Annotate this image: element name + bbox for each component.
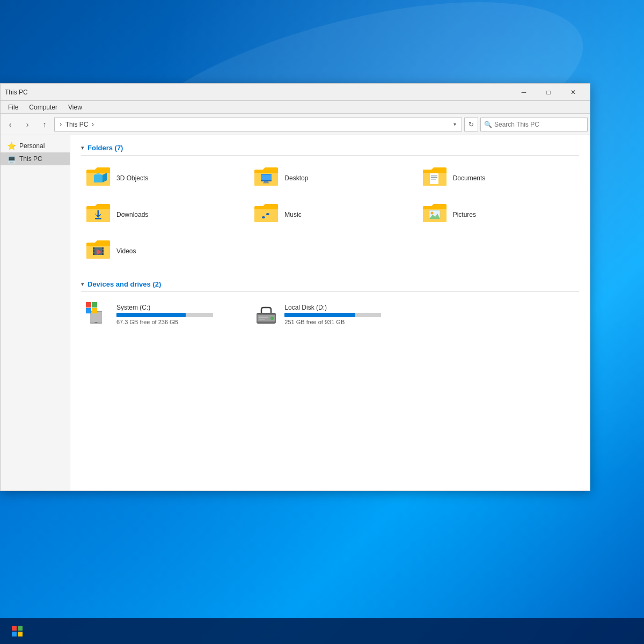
title-bar: This PC ─ □ ✕ <box>1 84 590 101</box>
svg-rect-37 <box>259 319 265 320</box>
drives-section-title: Devices and drives (2) <box>87 280 161 288</box>
svg-rect-9 <box>431 177 437 178</box>
content-area: ▾ Folders (7) <box>70 135 590 491</box>
svg-rect-41 <box>18 632 23 636</box>
folder-item-desktop[interactable]: Desktop <box>249 162 411 194</box>
drives-section-header: ▾ Devices and drives (2) <box>81 280 579 292</box>
svg-rect-39 <box>18 626 23 631</box>
breadcrumb-thispc[interactable]: › This PC › <box>58 121 94 128</box>
svg-rect-18 <box>93 247 94 249</box>
folder-item-downloads[interactable]: Downloads <box>81 199 243 231</box>
menu-view[interactable]: View <box>63 103 87 112</box>
drive-item-c[interactable]: System (C:) 67.3 GB free of 236 GB <box>81 298 243 331</box>
drive-d-info: Local Disk (D:) 251 GB free of 931 GB <box>284 304 406 325</box>
folder-label-videos: Videos <box>116 247 136 255</box>
svg-rect-20 <box>93 253 94 255</box>
window-controls: ─ □ ✕ <box>511 84 586 101</box>
folder-icon-music <box>253 202 279 228</box>
drive-icon-d <box>253 302 279 327</box>
svg-rect-4 <box>261 174 272 180</box>
close-button[interactable]: ✕ <box>561 84 586 101</box>
maximize-button[interactable]: □ <box>536 84 561 101</box>
minimize-button[interactable]: ─ <box>511 84 536 101</box>
address-bar: ‹ › ↑ › This PC › ▾ ↻ 🔍 <box>1 114 590 135</box>
address-dropdown-arrow[interactable]: ▾ <box>451 121 458 127</box>
search-icon: 🔍 <box>484 121 492 128</box>
sidebar-item-thispc[interactable]: 💻 This PC <box>1 152 70 165</box>
folder-label-downloads: Downloads <box>116 211 148 218</box>
svg-rect-6 <box>263 182 269 184</box>
start-button[interactable] <box>4 618 30 644</box>
drive-d-free: 251 GB free of 931 GB <box>284 319 406 325</box>
folder-item-documents[interactable]: Documents <box>418 162 579 194</box>
folder-icon-desktop <box>253 165 279 191</box>
folder-icon-videos <box>85 238 111 264</box>
drive-c-name: System (C:) <box>116 304 238 311</box>
folder-label-3dobjects: 3D Objects <box>116 174 148 182</box>
address-path-text: › This PC › <box>58 121 451 128</box>
sidebar-label-personal: Personal <box>19 142 45 150</box>
drives-grid: System (C:) 67.3 GB free of 236 GB <box>81 298 579 331</box>
forward-button[interactable]: › <box>20 117 35 132</box>
folder-icon-pictures <box>422 202 448 228</box>
folder-item-3dobjects[interactable]: 3D Objects <box>81 162 243 194</box>
drive-d-bar-fill <box>284 313 355 317</box>
svg-rect-19 <box>93 250 94 252</box>
drive-c-free: 67.3 GB free of 236 GB <box>116 319 238 325</box>
sidebar-item-personal[interactable]: ⭐ Personal <box>1 140 70 152</box>
svg-rect-29 <box>92 302 97 308</box>
address-path-box[interactable]: › This PC › ▾ <box>54 118 462 131</box>
folder-icon-documents <box>422 165 448 191</box>
window-title: This PC <box>5 89 511 96</box>
up-button[interactable]: ↑ <box>37 117 52 132</box>
svg-rect-38 <box>12 626 17 631</box>
folder-item-music[interactable]: Music <box>249 199 411 231</box>
sidebar-label-thispc: This PC <box>19 155 42 163</box>
drive-c-bar-bg <box>116 313 213 317</box>
search-input[interactable] <box>494 121 584 128</box>
sidebar: ⭐ Personal 💻 This PC <box>1 135 70 491</box>
svg-rect-31 <box>92 308 97 313</box>
folders-grid: 3D Objects <box>81 162 579 267</box>
svg-rect-0 <box>94 175 103 182</box>
folder-label-documents: Documents <box>453 174 486 182</box>
refresh-button[interactable]: ↻ <box>464 118 478 131</box>
personal-icon: ⭐ <box>7 142 16 150</box>
folder-label-pictures: Pictures <box>453 211 476 218</box>
folders-section-header: ▾ Folders (7) <box>81 144 579 156</box>
folders-chevron[interactable]: ▾ <box>81 144 84 151</box>
svg-rect-5 <box>264 181 268 182</box>
drive-d-name: Local Disk (D:) <box>284 304 406 311</box>
search-box[interactable]: 🔍 <box>480 118 588 131</box>
folders-section-title: Folders (7) <box>87 144 123 152</box>
svg-rect-23 <box>102 253 104 255</box>
folder-label-music: Music <box>284 211 301 218</box>
back-button[interactable]: ‹ <box>3 117 18 132</box>
svg-rect-21 <box>102 247 104 249</box>
sidebar-section-personal: ⭐ Personal 💻 This PC <box>1 140 70 165</box>
explorer-window: This PC ─ □ ✕ File Computer View ‹ › ↑ ›… <box>0 83 590 491</box>
svg-point-35 <box>270 317 274 320</box>
folder-icon-3dobjects <box>85 165 111 191</box>
drive-item-d[interactable]: Local Disk (D:) 251 GB free of 931 GB <box>249 298 411 331</box>
svg-rect-13 <box>95 218 101 219</box>
svg-rect-40 <box>12 632 17 636</box>
folder-icon-downloads <box>85 202 111 228</box>
svg-point-27 <box>94 322 98 323</box>
folder-item-videos[interactable]: Videos <box>81 235 243 267</box>
taskbar <box>0 618 644 644</box>
drive-c-bar-fill <box>116 313 186 317</box>
main-area: ⭐ Personal 💻 This PC ▾ Folders (7) <box>1 135 590 491</box>
drive-c-info: System (C:) 67.3 GB free of 236 GB <box>116 304 238 325</box>
svg-rect-10 <box>431 179 436 180</box>
svg-rect-8 <box>431 175 437 177</box>
menu-computer[interactable]: Computer <box>24 103 63 112</box>
thispc-icon: 💻 <box>7 155 16 163</box>
drives-chevron[interactable]: ▾ <box>81 281 84 288</box>
svg-rect-28 <box>86 302 91 308</box>
svg-point-15 <box>430 212 433 215</box>
svg-rect-22 <box>102 250 104 252</box>
folder-label-desktop: Desktop <box>284 174 308 182</box>
menu-file[interactable]: File <box>3 103 24 112</box>
folder-item-pictures[interactable]: Pictures <box>418 199 579 231</box>
